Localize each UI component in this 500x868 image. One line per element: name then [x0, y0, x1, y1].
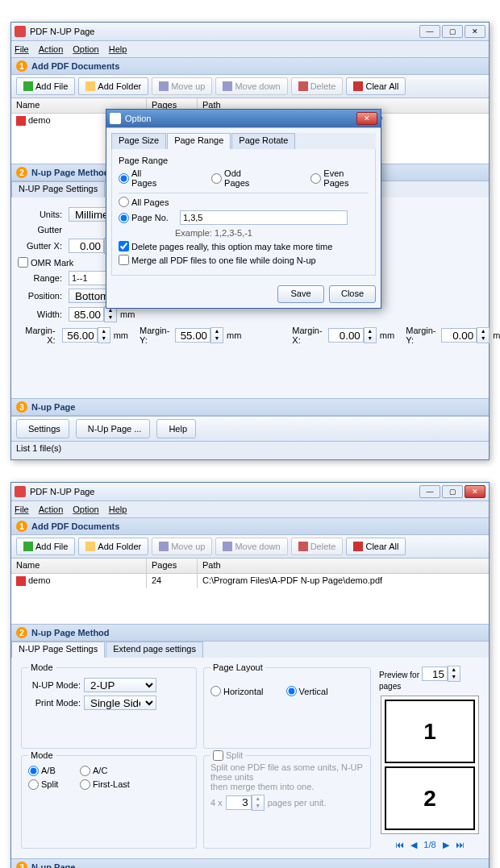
tab-nup-settings[interactable]: N-UP Page Settings: [11, 642, 105, 658]
nav-prev-icon[interactable]: ◀: [410, 840, 417, 850]
margin-x1-input[interactable]: [62, 328, 98, 343]
maximize-button[interactable]: ▢: [442, 25, 463, 38]
tab-nup-settings[interactable]: N-UP Page Settings: [11, 181, 105, 197]
section-method: N-up Page Method: [31, 168, 110, 177]
menu-file[interactable]: File: [15, 44, 29, 54]
minimize-button[interactable]: —: [419, 485, 440, 498]
add-folder-button[interactable]: Add Folder: [78, 538, 148, 555]
delete-icon: [298, 542, 308, 551]
window-title: PDF N-UP Page: [30, 27, 419, 36]
menu-option[interactable]: Option: [73, 44, 98, 54]
step-2-badge: 2: [16, 167, 27, 178]
menu-option[interactable]: Option: [73, 505, 98, 514]
nup-mode-select[interactable]: 2-UP: [84, 678, 156, 692]
delete-button[interactable]: Delete: [291, 77, 344, 95]
radio-page-no[interactable]: Page No.: [119, 213, 169, 223]
width-input[interactable]: [69, 307, 104, 322]
move-down-button[interactable]: Move down: [215, 77, 287, 95]
file-list[interactable]: demo 24 C:\Program Files\A-PDF N-up Page…: [11, 574, 489, 624]
menu-file[interactable]: File: [15, 505, 29, 514]
gutter-x-input[interactable]: [69, 239, 104, 253]
nup-settings-panel: Mode N-UP Mode:2-UP Print Mode:Single Si…: [11, 658, 489, 858]
menu-help[interactable]: Help: [109, 505, 127, 514]
nup-page-button[interactable]: N-Up Page ...: [76, 419, 151, 438]
move-up-button[interactable]: Move up: [152, 77, 212, 95]
save-button[interactable]: Save: [277, 285, 324, 303]
arrow-up-icon: [159, 542, 169, 551]
menu-action[interactable]: Action: [39, 44, 64, 54]
radio-split[interactable]: Split: [28, 779, 77, 790]
arrow-up-icon: [159, 81, 169, 91]
help-button[interactable]: Help: [156, 419, 196, 438]
nav-next-icon[interactable]: ▶: [443, 840, 449, 850]
plus-icon: [23, 542, 33, 551]
minimize-button[interactable]: —: [419, 25, 440, 38]
add-file-button[interactable]: Add File: [16, 77, 75, 95]
page-no-input[interactable]: [180, 210, 348, 225]
radio-firstlast[interactable]: First-Last: [80, 779, 130, 790]
arrow-down-icon: [223, 542, 232, 551]
radio-all-pages[interactable]: All Pages: [119, 168, 166, 188]
app-icon: [15, 26, 26, 37]
menu-action[interactable]: Action: [39, 505, 64, 514]
section-nup: N-up Page: [31, 402, 75, 412]
tab-page-rotate[interactable]: Page Rotate: [231, 133, 295, 149]
close-button-2[interactable]: Close: [329, 285, 376, 303]
plus-icon: [23, 81, 33, 91]
clear-icon: [353, 542, 363, 551]
add-file-button[interactable]: Add File: [16, 538, 75, 555]
add-folder-button[interactable]: Add Folder: [78, 77, 148, 95]
delete-button[interactable]: Delete: [291, 538, 344, 555]
folder-icon: [85, 542, 95, 551]
pdf-icon: [16, 116, 26, 126]
omr-checkbox[interactable]: OMR Mark: [18, 257, 73, 268]
delete-pages-checkbox[interactable]: Delete pages really, this option may tak…: [119, 241, 332, 251]
app-icon: [15, 486, 26, 497]
clear-icon: [353, 81, 363, 91]
preview-pane: 1 2: [381, 696, 479, 834]
nav-last-icon[interactable]: ⏭: [456, 840, 465, 849]
close-button[interactable]: ✕: [465, 25, 485, 38]
move-down-button[interactable]: Move down: [215, 538, 287, 555]
radio-odd-pages[interactable]: Odd Pages: [211, 168, 266, 188]
radio-all-pages-2[interactable]: All Pages: [119, 197, 169, 207]
radio-even-pages[interactable]: Even Pages: [310, 168, 369, 188]
radio-ac[interactable]: A/C: [80, 766, 107, 776]
radio-vertical[interactable]: Vertical: [286, 686, 328, 696]
main-window-2: PDF N-UP Page — ▢ ✕ File Action Option H…: [10, 482, 490, 868]
split-checkbox[interactable]: Split: [213, 750, 243, 761]
step-1-badge: 1: [16, 60, 27, 72]
tab-page-size[interactable]: Page Size: [111, 133, 166, 149]
status-bar: List 1 file(s): [11, 441, 489, 459]
titlebar: PDF N-UP Page — ▢ ✕: [11, 23, 489, 41]
margin-x2-input[interactable]: [328, 328, 364, 343]
file-row[interactable]: demo 24 C:\Program Files\A-PDF N-up Page…: [11, 574, 489, 588]
clear-all-button[interactable]: Clear All: [346, 77, 406, 95]
radio-ab[interactable]: A/B: [28, 766, 77, 776]
pdf-icon: [16, 576, 26, 586]
step-3-badge: 3: [16, 401, 27, 413]
menubar: File Action Option Help: [11, 41, 489, 57]
section-add: Add PDF Documents: [31, 61, 119, 71]
menu-help[interactable]: Help: [109, 44, 127, 54]
folder-icon: [85, 81, 95, 91]
radio-horizontal[interactable]: Horizontal: [210, 686, 264, 696]
tab-page-range[interactable]: Page Range: [167, 133, 231, 149]
dialog-title: Option: [125, 114, 356, 123]
merge-checkbox[interactable]: Merge all PDF files to one file while do…: [119, 255, 316, 265]
tab-extend-settings[interactable]: Extend page settings: [106, 642, 203, 658]
clear-all-button[interactable]: Clear All: [346, 538, 406, 555]
arrow-down-icon: [223, 81, 232, 91]
dialog-close-button[interactable]: ✕: [356, 112, 377, 125]
maximize-button[interactable]: ▢: [442, 485, 463, 498]
split-units-input[interactable]: [226, 795, 252, 810]
move-up-button[interactable]: Move up: [152, 538, 212, 555]
print-mode-select[interactable]: Single Sided: [84, 696, 156, 710]
nav-first-icon[interactable]: ⏮: [395, 840, 404, 849]
settings-button[interactable]: Settings: [16, 419, 69, 438]
margin-y2-input[interactable]: [441, 328, 477, 343]
preview-for-input[interactable]: [422, 667, 448, 681]
dialog-icon: [110, 113, 121, 124]
margin-y1-input[interactable]: [175, 328, 210, 343]
close-button[interactable]: ✕: [465, 485, 485, 498]
